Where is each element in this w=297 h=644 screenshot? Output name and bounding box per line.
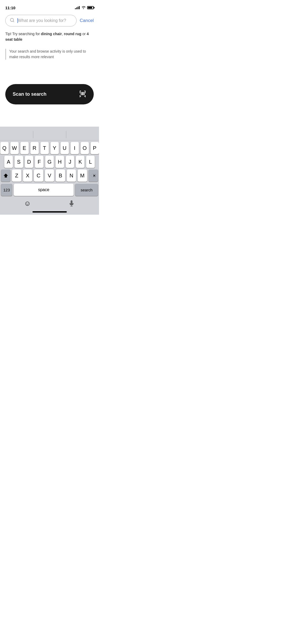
svg-rect-13 [83,92,83,95]
privacy-divider [5,49,6,60]
search-icon [10,18,15,24]
svg-rect-3 [80,91,80,93]
status-bar: 11:10 [0,0,99,12]
svg-rect-14 [84,92,84,95]
key-c[interactable]: C [34,169,43,182]
predictive-row [0,129,99,140]
home-indicator [0,210,99,215]
key-y[interactable]: Y [50,142,59,154]
key-r[interactable]: R [30,142,39,154]
privacy-notice: Your search and browse activity is only … [5,49,94,60]
key-z[interactable]: Z [12,169,21,182]
key-t[interactable]: T [40,142,49,154]
svg-rect-4 [84,91,86,91]
key-space[interactable]: space [14,184,74,196]
scan-button-label: Scan to search [13,91,46,97]
predictive-divider-left [33,131,33,138]
key-w[interactable]: W [10,142,19,154]
predictive-divider-right [66,131,66,138]
scan-to-search-button[interactable]: Scan to search [5,84,94,104]
emoji-key[interactable]: ☺ [5,198,50,209]
scan-section: Scan to search [0,84,99,104]
key-search[interactable]: search [75,184,98,196]
keyboard-row-1: Q W E R T Y U I O P [0,140,99,154]
key-v[interactable]: V [45,169,54,182]
cancel-button[interactable]: Cancel [80,18,94,23]
keyboard-special-row: ☺ [0,197,99,210]
svg-rect-9 [84,96,86,96]
key-j[interactable]: J [66,156,74,168]
key-g[interactable]: G [45,156,54,168]
dictate-key[interactable] [50,198,94,209]
key-k[interactable]: K [76,156,84,168]
keyboard-row-3: Z X C V B N M [0,168,99,182]
svg-rect-2 [80,91,81,91]
key-x[interactable]: X [23,169,32,182]
privacy-text: Your search and browse activity is only … [9,49,94,60]
svg-rect-7 [80,96,81,96]
key-m[interactable]: M [78,169,87,182]
key-u[interactable]: U [60,142,69,154]
key-numbers[interactable]: 123 [1,184,12,196]
keyboard-bottom-row: 123 space search [0,182,99,197]
key-n[interactable]: N [67,169,76,182]
key-p[interactable]: P [91,142,99,154]
keyboard: Q W E R T Y U I O P A S D F G H J K L Z … [0,127,99,215]
key-i[interactable]: I [70,142,79,154]
keyboard-row-2: A S D F G H J K L [0,154,99,168]
key-d[interactable]: D [25,156,34,168]
key-q[interactable]: Q [0,142,9,154]
battery-icon [87,6,94,9]
search-placeholder[interactable]: What are you looking for? [17,18,72,23]
status-icons [75,6,94,10]
delete-key[interactable] [89,169,98,182]
key-s[interactable]: S [15,156,23,168]
svg-line-1 [13,21,14,22]
key-o[interactable]: O [81,142,89,154]
wifi-icon [81,6,86,10]
svg-rect-10 [81,92,81,95]
shift-key[interactable] [1,169,10,182]
main-content: What are you looking for? Cancel Tip! Tr… [0,12,99,60]
key-b[interactable]: B [56,169,65,182]
key-l[interactable]: L [86,156,95,168]
key-h[interactable]: H [55,156,64,168]
search-row: What are you looking for? Cancel [5,15,94,26]
svg-rect-5 [85,91,86,93]
key-e[interactable]: E [20,142,29,154]
signal-icon [75,6,80,9]
key-f[interactable]: F [35,156,44,168]
scan-barcode-icon [79,90,86,99]
svg-rect-12 [82,92,83,95]
search-bar[interactable]: What are you looking for? [5,15,77,26]
status-time: 11:10 [5,6,15,10]
key-a[interactable]: A [4,156,13,168]
home-bar [32,211,67,213]
svg-rect-11 [82,92,82,95]
tip-text: Tip! Try searching for dining chair, rou… [5,31,94,42]
